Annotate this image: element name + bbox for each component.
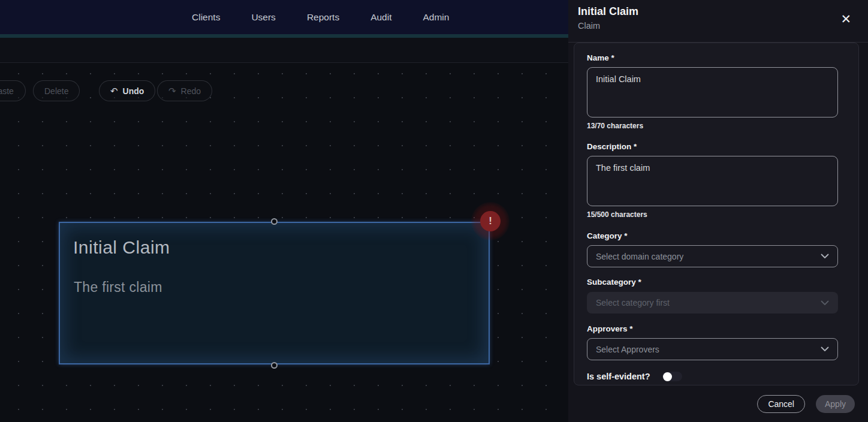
category-label: Category * [587,231,628,240]
nav-item-users[interactable]: Users [251,12,275,23]
redo-button[interactable]: ↷ Redo [157,80,212,101]
canvas-header-bar [0,38,568,63]
name-label: Name * [587,53,614,62]
description-input[interactable]: The first claim [587,156,838,206]
drawer-title: Initial Claim [578,5,638,18]
name-input[interactable]: Initial Claim [587,67,838,117]
undo-arrow-icon: ↶ [110,86,118,95]
chevron-down-icon [821,346,829,352]
cancel-button[interactable]: Cancel [757,395,805,413]
self-evident-label: Is self-evident? [587,372,650,381]
nav-item-audit[interactable]: Audit [370,12,391,23]
self-evident-row: Is self-evident? [587,372,682,381]
claim-node[interactable]: Initial Claim The first claim [59,222,490,364]
undo-button-label: Undo [123,86,144,96]
subcategory-label: Subcategory * [587,278,641,287]
nav-items: Clients Users Reports Audit Admin [192,0,449,34]
nav-item-admin[interactable]: Admin [423,12,450,23]
name-char-counter: 13/70 characters [587,122,643,130]
paste-button-label: Paste [0,86,14,96]
claim-node-title: Initial Claim [73,237,170,258]
subcategory-select: Select category first [587,292,838,314]
drawer-footer: Cancel Apply [757,395,855,413]
approvers-placeholder: Select Approvers [596,345,659,354]
category-placeholder: Select domain category [596,252,683,261]
delete-button-label: Delete [44,86,68,96]
toggle-knob [663,372,672,381]
error-badge-glyph: ! [489,215,492,227]
node-handle-top[interactable] [271,218,278,225]
delete-button[interactable]: Delete [33,80,80,101]
approvers-label: Approvers * [587,324,633,333]
redo-arrow-icon: ↷ [168,86,176,95]
chevron-down-icon [821,300,829,306]
paste-button[interactable]: Paste [0,80,26,101]
error-badge-icon[interactable]: ! [480,211,501,231]
nav-item-reports[interactable]: Reports [307,12,339,23]
diagram-canvas[interactable]: Paste Delete ↶ Undo ↷ Redo Initial Claim… [0,64,568,422]
claim-node-description: The first claim [74,279,162,296]
chevron-down-icon [821,254,829,259]
drawer-subtitle: Claim [578,21,600,31]
description-label: Description * [587,142,637,151]
description-char-counter: 15/500 characters [587,210,647,219]
category-select[interactable]: Select domain category [587,245,838,267]
approvers-select[interactable]: Select Approvers [587,338,838,360]
subcategory-placeholder: Select category first [596,298,670,308]
properties-drawer: Initial Claim Claim ✕ Name * Initial Cla… [568,0,868,422]
drawer-header: Initial Claim Claim ✕ [568,0,868,43]
apply-button[interactable]: Apply [816,395,855,413]
redo-button-label: Redo [181,86,201,96]
nav-item-clients[interactable]: Clients [192,12,220,23]
node-handle-bottom[interactable] [271,362,278,369]
undo-button[interactable]: ↶ Undo [99,80,155,101]
close-icon[interactable]: ✕ [840,13,851,25]
self-evident-toggle[interactable] [662,372,682,381]
